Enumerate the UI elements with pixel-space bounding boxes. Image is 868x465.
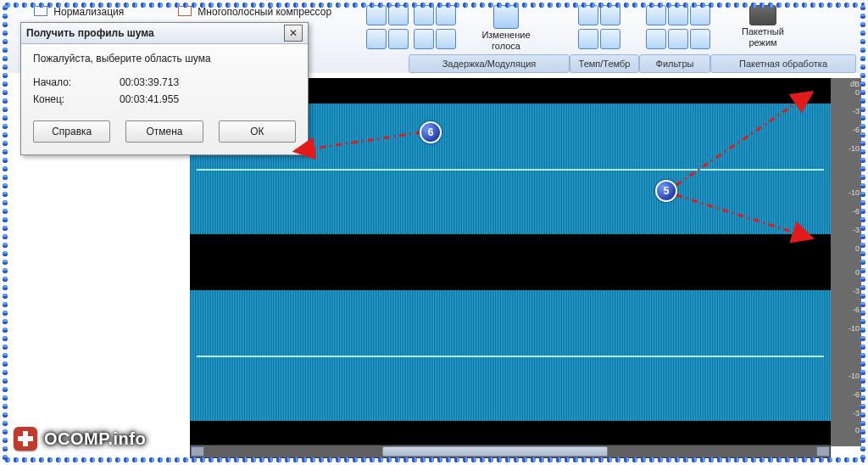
page-border	[0, 3, 10, 462]
fx-icon[interactable]	[366, 29, 387, 49]
curve-icon[interactable]	[414, 29, 434, 49]
ribbon-group-label: Фильтры	[656, 59, 694, 69]
button-label: Отмена	[146, 126, 182, 137]
ribbon-button-label: режим	[748, 37, 776, 48]
marker-number: 6	[428, 126, 434, 138]
filter-icon[interactable]	[690, 29, 710, 49]
help-button[interactable]: Справка	[33, 120, 110, 143]
waveform-centerline	[197, 169, 824, 171]
ribbon-group-label: Пакетная обработка	[739, 59, 827, 69]
plus-icon	[14, 427, 37, 451]
ribbon-button-label: Изменение	[481, 30, 530, 40]
page-border	[3, 0, 865, 10]
ribbon-button-label: голоса	[492, 41, 520, 51]
ribbon-icon-group	[366, 5, 407, 49]
start-value: 00:03:39.713	[120, 76, 179, 88]
close-button[interactable]: ✕	[284, 25, 303, 42]
annotation-marker-5: 5	[655, 180, 677, 202]
dialog-instruction: Пожалуйста, выберите область шума	[33, 53, 296, 64]
curve-icon[interactable]	[436, 29, 456, 49]
ribbon-icon-group	[414, 5, 454, 49]
page-border	[3, 455, 865, 465]
filter-icon[interactable]	[668, 29, 688, 49]
ok-button[interactable]: ОК	[219, 120, 296, 143]
waveform-channel-right	[190, 265, 831, 446]
ribbon-icon-group	[646, 5, 709, 49]
watermark-text: OCOMP.info	[44, 429, 146, 449]
cancel-button[interactable]: Отмена	[125, 120, 203, 143]
watermark: OCOMP.info	[14, 424, 146, 453]
button-label: ОК	[250, 126, 264, 137]
ribbon-group-filters[interactable]: Фильтры	[639, 54, 710, 73]
annotation-marker-6: 6	[420, 121, 442, 143]
dialog-titlebar[interactable]: Получить профиль шума ✕	[21, 23, 308, 44]
tempo-icon[interactable]	[600, 29, 620, 49]
ribbon-group-label: Задержка/Модуляция	[442, 59, 537, 69]
waveform-centerline	[197, 356, 824, 357]
end-label: Конец:	[33, 93, 86, 105]
dialog-title: Получить профиль шума	[26, 27, 284, 39]
fx-icon[interactable]	[388, 29, 409, 49]
ribbon-group-batch[interactable]: Пакетная обработка	[710, 54, 856, 73]
close-icon: ✕	[289, 28, 298, 38]
ribbon-group-tempo[interactable]: Темп/Тембр	[570, 54, 639, 73]
ribbon-button-batch[interactable]: Пакетный режим	[722, 5, 804, 48]
button-label: Справка	[52, 126, 92, 137]
tempo-icon[interactable]	[578, 29, 598, 49]
ribbon-button-voice-change[interactable]: Изменение голоса	[475, 5, 537, 51]
start-label: Начало:	[33, 76, 86, 88]
ribbon-group-delay[interactable]: Задержка/Модуляция	[409, 54, 570, 73]
end-value: 00:03:41.955	[120, 93, 179, 105]
ribbon-button-label: Пакетный	[742, 26, 784, 36]
noise-profile-dialog: Получить профиль шума ✕ Пожалуйста, выбе…	[20, 22, 309, 155]
filter-icon[interactable]	[646, 29, 666, 49]
page-border	[858, 3, 868, 462]
ribbon-icon-group	[578, 5, 619, 49]
ribbon-group-label: Темп/Тембр	[579, 59, 631, 69]
marker-number: 5	[664, 185, 670, 197]
db-ruler: dB 0 -3 -6 -10 -10 -6 -3 0 0 -3 -6 -10 -…	[831, 78, 861, 446]
